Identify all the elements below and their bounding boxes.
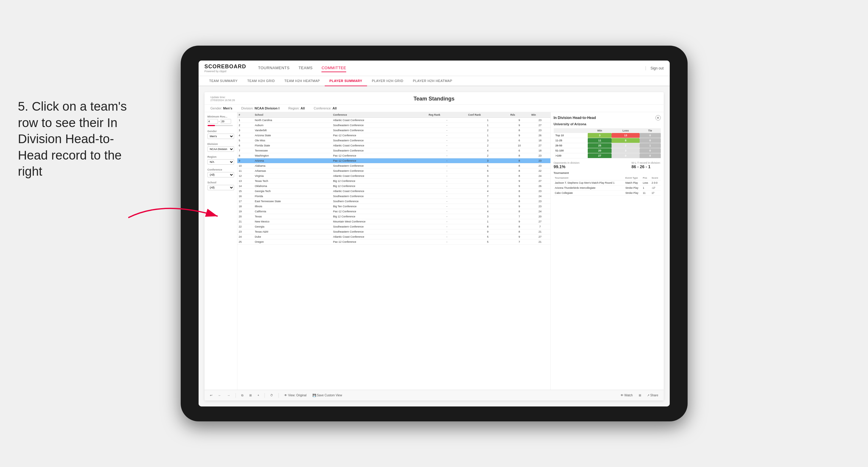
table-row[interactable]: 3 Vanderbilt Southeastern Conference - 2… bbox=[237, 128, 551, 133]
paste-button[interactable]: ⊞ bbox=[247, 393, 253, 398]
tourn-cell-name: Cabo Collegiate bbox=[554, 191, 624, 196]
copy-button[interactable]: ⧉ bbox=[240, 393, 245, 398]
table-row[interactable]: 15 Georgia Tech Atlantic Coast Conferenc… bbox=[237, 189, 551, 194]
table-row[interactable]: 16 Florida Southeastern Conference - 7 9… bbox=[237, 194, 551, 199]
conference-filter-label: Conference bbox=[208, 168, 234, 171]
h2h-cell-tie: 0 bbox=[640, 148, 660, 153]
region-filter-select[interactable]: N/A bbox=[208, 159, 234, 165]
table-row[interactable]: 17 East Tennessee State Southern Confere… bbox=[237, 199, 551, 204]
table-row[interactable]: 2 Auburn Southeastern Conference - 1 9 2… bbox=[237, 123, 551, 128]
table-row[interactable]: 8 Washington Pac-12 Conference - 2 8 23 bbox=[237, 153, 551, 158]
h2h-cell-loss: 3 bbox=[612, 148, 640, 153]
h2h-cell-label: 26-50 bbox=[554, 143, 588, 148]
cell-rank: 13 bbox=[237, 179, 253, 184]
cell-wins: 23 bbox=[530, 158, 551, 163]
main-content: Update time: 27/03/2024 16:56:26 Team St… bbox=[198, 86, 670, 406]
cell-conf-rank: 5 bbox=[467, 163, 509, 168]
panel-header: Update time: 27/03/2024 16:56:26 Team St… bbox=[205, 92, 664, 105]
watch-button[interactable]: 👁 Watch bbox=[619, 393, 634, 398]
table-row[interactable]: 11 Arkansas Southeastern Conference - 6 … bbox=[237, 168, 551, 174]
logo-subtitle: Powered by clippd bbox=[205, 70, 246, 73]
nav-teams[interactable]: TEAMS bbox=[299, 64, 312, 72]
col-conference: Conference bbox=[332, 112, 427, 118]
table-row[interactable]: 25 Oregon Pac-12 Conference - 5 7 21 bbox=[237, 240, 551, 245]
cell-school: Arizona State bbox=[253, 133, 332, 138]
cell-conf-rank: 3 bbox=[467, 174, 509, 179]
h2h-cell-label: Top 10 bbox=[554, 133, 588, 138]
table-row[interactable]: 9 Arizona Pac-12 Conference - 3 8 23 bbox=[237, 158, 551, 163]
table-row[interactable]: 22 Georgia Southeastern Conference - 8 8… bbox=[237, 224, 551, 229]
cell-rds: 8 bbox=[509, 189, 530, 194]
cell-school: Georgia Tech bbox=[253, 189, 332, 194]
share-button[interactable]: ↗ Share bbox=[645, 393, 660, 398]
table-row[interactable]: 14 Oklahoma Big 12 Conference - 2 9 26 bbox=[237, 184, 551, 189]
back-button[interactable]: ← bbox=[216, 393, 223, 398]
cell-conf-rank: 4 bbox=[467, 148, 509, 153]
table-area: # School Conference Reg Rank Conf Rank R… bbox=[237, 112, 551, 390]
filter-group-min-rounds: Minimum Rou... - bbox=[208, 115, 234, 126]
conference-filter-select[interactable]: (All) bbox=[208, 172, 234, 178]
table-row[interactable]: 1 North Carolina Atlantic Coast Conferen… bbox=[237, 118, 551, 123]
add-button[interactable]: + bbox=[256, 393, 261, 398]
min-rounds-input[interactable] bbox=[208, 119, 218, 124]
right-panel: In Division Head-to-Head ✕ University of… bbox=[551, 112, 664, 390]
table-row[interactable]: 21 New Mexico Mountain West Conference -… bbox=[237, 219, 551, 224]
min-rounds-max-input[interactable] bbox=[221, 119, 231, 124]
view-original-button[interactable]: 👁 View: Original bbox=[282, 393, 308, 398]
table-row[interactable]: 6 Florida State Atlantic Coast Conferenc… bbox=[237, 143, 551, 148]
subnav-team-summary[interactable]: TEAM SUMMARY bbox=[205, 76, 243, 86]
cell-school: Washington bbox=[253, 153, 332, 158]
cell-reg-rank: - bbox=[427, 189, 467, 194]
school-filter-select[interactable]: (All) bbox=[208, 185, 234, 190]
subnav-player-h2h-heatmap[interactable]: PLAYER H2H HEATMAP bbox=[408, 76, 457, 86]
cell-school: Arizona bbox=[253, 158, 332, 163]
division-filter-select[interactable]: NCAA Division I bbox=[208, 147, 234, 152]
table-row[interactable]: 4 Arizona State Pac-12 Conference - 1 9 … bbox=[237, 133, 551, 138]
subnav-player-h2h-grid[interactable]: PLAYER H2H GRID bbox=[367, 76, 408, 86]
cell-wins: 24 bbox=[530, 209, 551, 214]
undo-button[interactable]: ↩ bbox=[208, 393, 214, 398]
cell-conference: Atlantic Coast Conference bbox=[332, 235, 427, 240]
table-row[interactable]: 20 Texas Big 12 Conference - 3 7 20 bbox=[237, 214, 551, 219]
table-row[interactable]: 23 Texas A&M Southeastern Conference - 9… bbox=[237, 229, 551, 235]
cell-conference: Southeastern Conference bbox=[332, 138, 427, 143]
cell-reg-rank: - bbox=[427, 224, 467, 229]
table-row[interactable]: 19 California Pac-12 Conference - 4 8 24 bbox=[237, 209, 551, 214]
subnav-player-summary[interactable]: PLAYER SUMMARY bbox=[325, 76, 367, 86]
nav-tournaments[interactable]: TOURNAMENTS bbox=[258, 64, 290, 72]
layout-button[interactable]: ⊞ bbox=[637, 393, 643, 398]
cell-reg-rank: - bbox=[427, 128, 467, 133]
cell-conference: Southeastern Conference bbox=[332, 229, 427, 235]
subnav-team-h2h-heatmap[interactable]: TEAM H2H HEATMAP bbox=[280, 76, 325, 86]
timer-button[interactable]: ⏱ bbox=[268, 393, 275, 398]
table-row[interactable]: 12 Virginia Atlantic Coast Conference - … bbox=[237, 174, 551, 179]
gender-filter-select[interactable]: Men's bbox=[208, 134, 234, 139]
sign-out-button[interactable]: Sign out bbox=[646, 66, 663, 70]
forward-button[interactable]: → bbox=[225, 393, 232, 398]
table-row[interactable]: 13 Texas Tech Big 12 Conference - 1 9 27 bbox=[237, 179, 551, 184]
cell-rds: 9 bbox=[509, 219, 530, 224]
min-rounds-label: Minimum Rou... bbox=[208, 115, 234, 118]
cell-rds: 7 bbox=[509, 240, 530, 245]
cell-conference: Southeastern Conference bbox=[332, 163, 427, 168]
cell-conf-rank: 2 bbox=[467, 153, 509, 158]
cell-conf-rank: 1 bbox=[467, 199, 509, 204]
cell-rank: 5 bbox=[237, 138, 253, 143]
subnav-team-h2h-grid[interactable]: TEAM H2H GRID bbox=[242, 76, 280, 86]
slider-bar[interactable] bbox=[208, 125, 233, 126]
save-custom-button[interactable]: 💾 Save Custom View bbox=[311, 393, 344, 398]
cell-conf-rank: 3 bbox=[467, 138, 509, 143]
filter-group-gender: Gender Men's bbox=[208, 130, 234, 139]
table-row[interactable]: 18 Illinois Big Ten Conference - 1 9 23 bbox=[237, 204, 551, 209]
cell-conference: Southeastern Conference bbox=[332, 168, 427, 174]
cell-reg-rank: - bbox=[427, 184, 467, 189]
nav-committee[interactable]: COMMITTEE bbox=[321, 64, 346, 72]
cell-conference: Pac-12 Conference bbox=[332, 133, 427, 138]
table-row[interactable]: 5 Ole Miss Southeastern Conference - 3 6… bbox=[237, 138, 551, 143]
region-value: All bbox=[301, 106, 305, 110]
table-row[interactable]: 7 Tennessee Southeastern Conference - 4 … bbox=[237, 148, 551, 153]
table-row[interactable]: 24 Duke Atlantic Coast Conference - 5 9 … bbox=[237, 235, 551, 240]
h2h-close-button[interactable]: ✕ bbox=[655, 115, 661, 121]
h2h-row: 26-50 25 2 1 bbox=[554, 143, 661, 148]
table-row[interactable]: 10 Alabama Southeastern Conference - 5 8… bbox=[237, 163, 551, 168]
